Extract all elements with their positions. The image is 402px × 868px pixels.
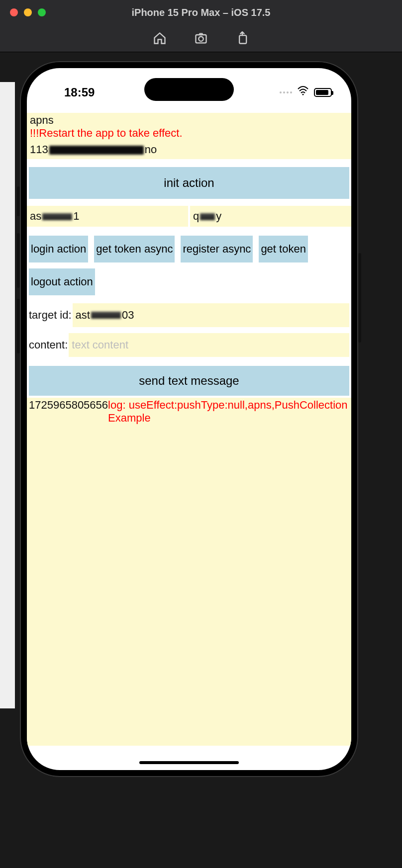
simulator-titlebar: iPhone 15 Pro Max – iOS 17.5: [0, 0, 402, 25]
window-controls: [0, 8, 46, 16]
close-window-button[interactable]: [10, 8, 18, 16]
app-key-prefix: 113: [30, 143, 48, 156]
push-type-row: apns !!!Restart the app to take effect.: [27, 113, 351, 140]
home-indicator[interactable]: [139, 761, 239, 764]
send-text-message-button[interactable]: send text message: [29, 366, 349, 396]
redacted-password: [200, 213, 215, 220]
get-token-button[interactable]: get token: [259, 236, 308, 262]
rotate-icon[interactable]: [235, 31, 249, 45]
credentials-row: as1 qy: [27, 206, 351, 227]
log-text: log: useEffect:pushType:null,apns,PushCo…: [108, 399, 349, 425]
volume-down-button[interactable]: [17, 299, 20, 353]
username-suffix: 1: [73, 210, 79, 222]
svg-point-3: [302, 94, 304, 95]
battery-icon: [314, 88, 332, 97]
svg-point-1: [199, 37, 203, 41]
login-action-button[interactable]: login action: [29, 236, 88, 262]
redacted-target-id: [91, 312, 121, 319]
side-button[interactable]: [358, 253, 361, 343]
svg-rect-2: [239, 35, 246, 43]
target-id-suffix: 03: [122, 309, 134, 322]
log-timestamp: 1725965805656: [29, 399, 108, 412]
content-row: content: text content: [27, 327, 351, 357]
status-icons: [280, 85, 332, 100]
log-entry: 1725965805656 log: useEffect:pushType:nu…: [29, 399, 349, 425]
content-label: content:: [29, 339, 69, 351]
wifi-icon: [297, 85, 309, 100]
target-id-label: target id:: [29, 309, 73, 322]
dynamic-island: [144, 78, 234, 101]
target-id-input[interactable]: ast03: [73, 303, 349, 327]
app-content: apns !!!Restart the app to take effect. …: [27, 113, 351, 770]
cellular-icon: [280, 91, 292, 93]
target-id-prefix: ast: [76, 309, 90, 322]
content-input[interactable]: text content: [69, 333, 349, 357]
zoom-window-button[interactable]: [38, 8, 46, 16]
log-area: 1725965805656 log: useEffect:pushType:nu…: [27, 398, 351, 746]
minimize-window-button[interactable]: [24, 8, 32, 16]
username-input[interactable]: as1: [27, 206, 188, 227]
home-icon[interactable]: [153, 31, 167, 45]
redacted-username: [42, 213, 72, 220]
password-input[interactable]: qy: [190, 206, 351, 227]
screenshot-icon[interactable]: [194, 31, 208, 45]
app-key-suffix: no: [145, 143, 157, 156]
action-buttons-row: login action get token async register as…: [27, 227, 351, 297]
content-placeholder: text content: [72, 339, 128, 351]
redacted-app-key: [49, 146, 144, 155]
status-time: 18:59: [64, 86, 95, 99]
username-prefix: as: [30, 210, 41, 222]
background-panel: [0, 82, 15, 708]
device-frame: 18:59 apns !!!Restart the app to take ef…: [20, 61, 358, 777]
restart-warning: !!!Restart the app to take effect.: [30, 127, 348, 140]
get-token-async-button[interactable]: get token async: [94, 236, 175, 262]
register-async-button[interactable]: register async: [181, 236, 253, 262]
silent-switch[interactable]: [17, 186, 20, 216]
password-prefix: q: [193, 210, 199, 222]
init-action-button[interactable]: init action: [29, 167, 349, 199]
app-key-row: 113no: [27, 140, 351, 159]
push-type-value: apns: [30, 114, 348, 127]
password-suffix: y: [216, 210, 221, 222]
target-id-row: target id: ast03: [27, 297, 351, 327]
device-screen: 18:59 apns !!!Restart the app to take ef…: [27, 68, 351, 770]
simulator-title: iPhone 15 Pro Max – iOS 17.5: [0, 7, 402, 18]
simulator-toolbar: [0, 25, 402, 52]
volume-up-button[interactable]: [17, 233, 20, 288]
logout-action-button[interactable]: logout action: [29, 268, 95, 295]
